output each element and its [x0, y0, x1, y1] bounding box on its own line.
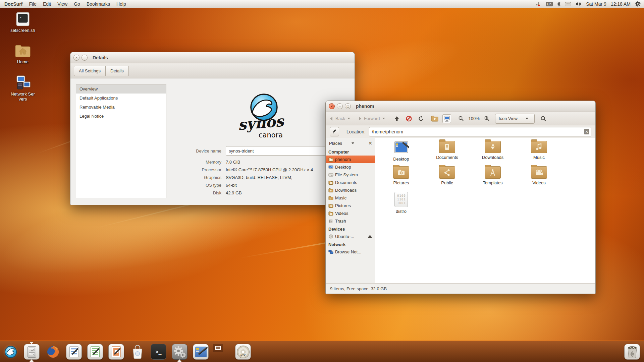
file-item-public[interactable]: Public — [426, 166, 468, 185]
file-manager-titlebar[interactable]: × – □ phenom — [326, 101, 595, 112]
up-icon[interactable] — [392, 114, 401, 123]
sidebar-item-downloads[interactable]: Downloads — [326, 186, 375, 194]
impress-launcher[interactable] — [108, 344, 124, 360]
display-editor-launcher[interactable] — [193, 344, 209, 360]
sidebar-item-default-applications[interactable]: Default Applications — [76, 94, 166, 103]
sidebar-item-browse-network[interactable]: Browse Net... — [326, 248, 375, 256]
menu-edit[interactable]: Edit — [43, 1, 51, 7]
svg-text:...: ... — [332, 132, 334, 134]
computer-icon[interactable] — [442, 114, 451, 123]
file-item-desktop[interactable]: Desktop — [380, 141, 422, 162]
menu-file[interactable]: File — [29, 1, 37, 7]
sidebar-item-trash[interactable]: Trash — [326, 217, 375, 225]
file-item-music[interactable]: Music — [518, 141, 560, 160]
desktop-icon-setscreen[interactable]: >_ setscreen.sh — [5, 11, 40, 33]
maximize-button[interactable]: □ — [345, 103, 351, 109]
terminal-launcher[interactable]: >_ — [151, 344, 166, 360]
file-item-templates[interactable]: Templates — [472, 166, 514, 185]
back-history-chevron[interactable] — [347, 118, 350, 119]
bluetooth-icon[interactable] — [557, 1, 560, 7]
close-button[interactable]: × — [329, 103, 335, 109]
synos-logo-icon — [4, 345, 17, 359]
dvd-player-launcher[interactable]: DVD — [235, 344, 251, 360]
system-settings-launcher[interactable] — [172, 344, 187, 360]
app-menu-title[interactable]: DocSurf — [4, 1, 22, 7]
sidebar-item-ubuntu-volume[interactable]: Ubuntu-... — [326, 233, 375, 240]
calc-launcher[interactable] — [87, 344, 103, 360]
places-selector[interactable]: Places — [329, 141, 342, 146]
icon-view-area[interactable]: Desktop Documents Downloads — [375, 138, 595, 283]
file-manager-launcher[interactable] — [24, 344, 40, 360]
desktop-icon-network-servers[interactable]: Network Servers — [5, 75, 40, 102]
home-icon[interactable] — [430, 114, 439, 123]
file-item-videos[interactable]: Videos — [518, 166, 560, 185]
minimize-button[interactable]: – — [337, 103, 343, 109]
menu-view[interactable]: View — [57, 1, 67, 7]
volume-icon[interactable] — [576, 1, 582, 6]
file-item-pictures[interactable]: Pictures — [380, 166, 422, 185]
stop-icon[interactable] — [405, 114, 413, 123]
edit-location-button[interactable]: ... — [330, 127, 339, 136]
details-titlebar[interactable]: × – Details — [70, 52, 355, 63]
keyboard-layout-indicator[interactable]: En — [546, 2, 553, 6]
sidebar-item-file-system[interactable]: File System — [326, 171, 375, 179]
svg-text:>_: >_ — [19, 16, 23, 19]
file-manager-window: × – □ phenom Back Forward — [325, 101, 596, 294]
close-button[interactable]: × — [73, 55, 79, 61]
zoom-in-icon[interactable] — [483, 114, 491, 123]
clear-location-icon[interactable]: ✕ — [584, 129, 589, 134]
mail-icon[interactable] — [565, 2, 571, 6]
refresh-icon[interactable] — [417, 114, 425, 123]
zoom-out-icon[interactable] — [457, 114, 466, 123]
details-tab-button[interactable]: Details — [106, 66, 129, 76]
sidebar-item-legal-notice[interactable]: Legal Notice — [76, 112, 166, 121]
trash-launcher[interactable] — [624, 344, 640, 360]
zoom-level[interactable]: 100% — [469, 116, 480, 121]
music-folder-icon: ♪ — [328, 196, 333, 200]
sidebar-item-overview[interactable]: Overview — [76, 84, 166, 94]
view-mode-combobox[interactable]: Icon View — [495, 114, 535, 124]
forward-button[interactable]: Forward — [358, 116, 381, 121]
desktop-icon-home[interactable]: Home — [5, 44, 40, 65]
location-input[interactable] — [369, 127, 591, 136]
places-sidebar: Places ✕ Computer phenom Desktop File Sy… — [326, 138, 375, 283]
sidebar-item-desktop[interactable]: Desktop — [326, 163, 375, 171]
tray-time[interactable]: 12:18 AM — [611, 1, 631, 7]
writer-launcher[interactable] — [66, 344, 82, 360]
file-item-documents[interactable]: Documents — [426, 141, 468, 160]
menu-bookmarks[interactable]: Bookmarks — [87, 1, 110, 7]
sidebar-item-phenom[interactable]: phenom — [326, 156, 375, 163]
tray-date[interactable]: Sat Mar 9 — [586, 1, 606, 7]
info-row-graphics: Graphics SVGA3D; build: RELEASE; LLVM; — [154, 174, 313, 181]
workspace-switcher[interactable] — [213, 344, 232, 360]
binary-line: 1101 — [397, 198, 408, 201]
synos-menu-button[interactable] — [3, 344, 18, 360]
sidebar-item-music[interactable]: ♪ Music — [326, 194, 375, 202]
menu-go[interactable]: Go — [74, 1, 80, 7]
search-icon[interactable] — [539, 114, 548, 123]
desktop-icon-label: Home — [10, 60, 36, 65]
forward-history-chevron[interactable] — [382, 118, 385, 119]
sidebar-item-removable-media[interactable]: Removable Media — [76, 103, 166, 112]
sidebar-item-videos[interactable]: Videos — [326, 209, 375, 217]
gear-icon[interactable] — [635, 1, 641, 7]
firefox-launcher[interactable] — [45, 344, 61, 360]
all-settings-button[interactable]: All Settings — [74, 66, 106, 76]
close-sidebar-icon[interactable]: ✕ — [368, 140, 372, 146]
eject-icon[interactable] — [368, 235, 372, 238]
updates-notifier-icon[interactable]: ✱ — [535, 1, 541, 7]
window-title: Details — [93, 55, 108, 60]
sidebar-item-documents[interactable]: Documents — [326, 179, 375, 186]
chevron-down-icon[interactable] — [352, 142, 354, 144]
desktop-icon-label: setscreen.sh — [10, 28, 36, 33]
info-value: 64-bit — [226, 183, 237, 188]
back-button[interactable]: Back — [329, 116, 346, 121]
minimize-button[interactable]: – — [82, 55, 88, 61]
places-header: Places ✕ — [326, 139, 375, 148]
sidebar-item-pictures[interactable]: Pictures — [326, 202, 375, 209]
info-value: 7.8 GiB — [226, 160, 240, 165]
menu-help[interactable]: Help — [116, 1, 126, 7]
file-item-distro[interactable]: 0100 1101 1001 distro — [380, 192, 422, 214]
software-center-launcher[interactable] — [129, 344, 145, 360]
file-item-downloads[interactable]: Downloads — [472, 141, 514, 160]
